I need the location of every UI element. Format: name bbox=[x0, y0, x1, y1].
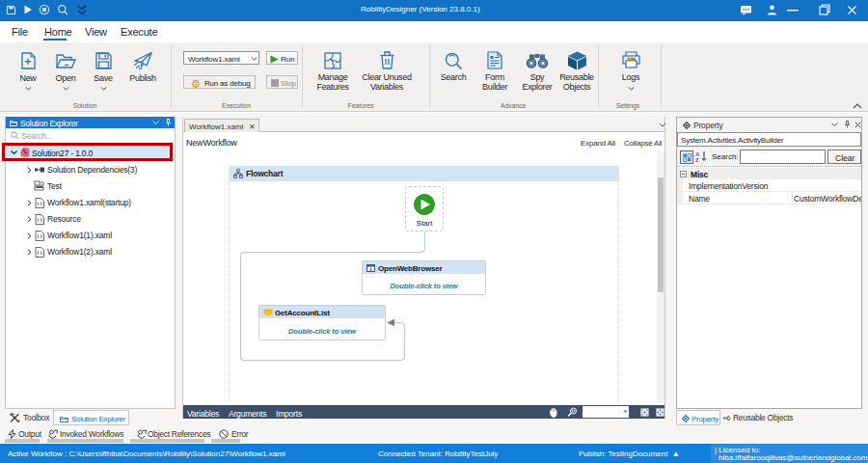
svg-text:Z: Z bbox=[695, 157, 699, 163]
svg-text:A: A bbox=[695, 151, 700, 157]
svg-text:LOG: LOG bbox=[628, 58, 636, 62]
